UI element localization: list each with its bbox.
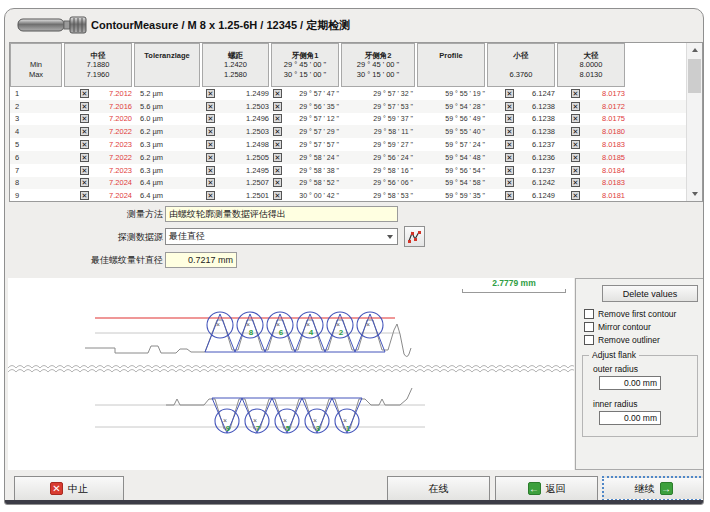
wire-diameter-field[interactable]: 0.7217 mm <box>165 252 237 268</box>
value-checkbox[interactable]: ✕ <box>206 166 215 175</box>
value-checkbox[interactable]: ✕ <box>273 178 282 187</box>
outer-radius-input[interactable]: 0.00 mm <box>599 376 661 390</box>
value-checkbox[interactable]: ✕ <box>80 114 89 123</box>
value-checkbox[interactable]: ✕ <box>273 89 282 98</box>
cell-value: 8.0185 <box>580 153 627 162</box>
value-checkbox[interactable]: ✕ <box>206 191 215 200</box>
value-checkbox[interactable]: ✕ <box>80 89 89 98</box>
table-cell: 59 ° 54 ' 48 " <box>417 151 487 164</box>
table-cell: ✕1.2505 <box>202 151 271 164</box>
table-cell: ✕7.2012 <box>64 87 134 100</box>
table-cell: ✕7.2016 <box>64 100 134 113</box>
value-checkbox[interactable]: ✕ <box>273 140 282 149</box>
value-checkbox[interactable]: ✕ <box>80 166 89 175</box>
probe-points-button[interactable] <box>404 226 425 247</box>
value-checkbox[interactable]: ✕ <box>273 191 282 200</box>
value-checkbox[interactable]: ✕ <box>505 114 514 123</box>
value-checkbox[interactable]: ✕ <box>273 166 282 175</box>
value-checkbox[interactable]: ✕ <box>505 178 514 187</box>
value-checkbox[interactable]: ✕ <box>505 166 514 175</box>
table-row[interactable]: 1✕7.20125.2 µm✕1.2499✕29 ° 57 ' 47 "29 °… <box>10 87 686 100</box>
cell-value: 6.1236 <box>514 153 557 162</box>
table-cell: 59 ° 54 ' 28 " <box>417 100 487 113</box>
abort-button[interactable]: ✕ 中止 <box>14 476 124 501</box>
table-row[interactable]: 9✕7.20246.4 µm✕1.2501✕30 ° 00 ' 42 "29 °… <box>10 189 686 201</box>
checkbox-remove-outliner[interactable]: Remove outliner <box>584 335 660 345</box>
table-scrollbar[interactable] <box>686 43 702 201</box>
value-checkbox[interactable]: ✕ <box>571 89 580 98</box>
value-checkbox[interactable]: ✕ <box>273 102 282 111</box>
table-row[interactable]: 8✕7.20246.4 µm✕1.2507✕29 ° 58 ' 52 "29 °… <box>10 177 686 190</box>
value-checkbox[interactable]: ✕ <box>273 114 282 123</box>
value-checkbox[interactable]: ✕ <box>505 102 514 111</box>
value-checkbox[interactable]: ✕ <box>206 127 215 136</box>
value-checkbox[interactable]: ✕ <box>206 140 215 149</box>
table-cell: ✕29 ° 57 ' 29 " <box>271 125 341 138</box>
value-checkbox[interactable]: ✕ <box>206 153 215 162</box>
table-cell: 1 <box>10 87 64 100</box>
table-cell: ✕1.2503 <box>202 125 271 138</box>
table-row[interactable]: 4✕7.20226.2 µm✕1.2503✕29 ° 57 ' 29 "29 °… <box>10 125 686 138</box>
cell-value: 6.4 µm <box>140 178 202 187</box>
delete-values-button[interactable]: Delete values <box>602 285 698 302</box>
value-checkbox[interactable]: ✕ <box>571 102 580 111</box>
table-cell: ✕1.2498 <box>202 138 271 151</box>
scroll-down-button[interactable] <box>687 187 702 201</box>
value-checkbox[interactable]: ✕ <box>206 89 215 98</box>
scroll-thumb[interactable] <box>688 59 701 93</box>
cell-value: 1.2498 <box>215 140 271 149</box>
value-checkbox[interactable]: ✕ <box>571 140 580 149</box>
probe-source-dropdown[interactable]: 最佳直径 <box>165 228 398 245</box>
value-checkbox[interactable]: ✕ <box>571 178 580 187</box>
inner-radius-input[interactable]: 0.00 mm <box>599 411 661 425</box>
value-checkbox[interactable]: ✕ <box>571 191 580 200</box>
value-checkbox[interactable]: ✕ <box>80 127 89 136</box>
continue-button[interactable]: 继续 → <box>602 476 704 501</box>
checkbox-box[interactable] <box>584 322 594 332</box>
table-cell: ✕6.1238 <box>487 113 557 126</box>
table-row[interactable]: 5✕7.20236.3 µm✕1.2498✕29 ° 57 ' 57 "29 °… <box>10 138 686 151</box>
checkbox-box[interactable] <box>584 335 594 345</box>
value-checkbox[interactable]: ✕ <box>273 127 282 136</box>
value-checkbox[interactable]: ✕ <box>505 153 514 162</box>
value-checkbox[interactable]: ✕ <box>505 127 514 136</box>
table-cell: 6.3 µm <box>134 138 202 151</box>
table-row[interactable]: 7✕7.20236.3 µm✕1.2495✕29 ° 58 ' 38 "29 °… <box>10 164 686 177</box>
table-row[interactable]: 3✕7.20206.0 µm✕1.2496✕29 ° 57 ' 12 "29 °… <box>10 113 686 126</box>
measure-method-field[interactable]: 由螺纹轮廓测量数据评估得出 <box>165 206 398 222</box>
table-cell: ✕8.0181 <box>557 189 627 201</box>
scroll-up-button[interactable] <box>687 43 702 57</box>
cell-value: 59 ° 54 ' 28 " <box>417 103 487 110</box>
value-checkbox[interactable]: ✕ <box>505 191 514 200</box>
table-row[interactable]: 6✕7.20226.2 µm✕1.2505✕29 ° 58 ' 24 "29 °… <box>10 151 686 164</box>
value-checkbox[interactable]: ✕ <box>206 178 215 187</box>
table-row[interactable]: 2✕7.20165.6 µm✕1.2503✕29 ° 56 ' 35 "29 °… <box>10 100 686 113</box>
checkbox-box[interactable] <box>584 309 594 319</box>
online-button[interactable]: 在线 <box>387 476 490 501</box>
table-cell: 29 ° 59 ' 37 " <box>341 113 417 126</box>
value-checkbox[interactable]: ✕ <box>571 127 580 136</box>
measurement-table: MinMax中径7.18807.1960Toleranzlage 螺距1.242… <box>9 42 703 202</box>
value-checkbox[interactable]: ✕ <box>206 102 215 111</box>
value-checkbox[interactable]: ✕ <box>571 114 580 123</box>
value-checkbox[interactable]: ✕ <box>206 114 215 123</box>
value-checkbox[interactable]: ✕ <box>505 140 514 149</box>
checkbox-remove-first-contour[interactable]: Remove first contour <box>584 309 676 319</box>
value-checkbox[interactable]: ✕ <box>80 140 89 149</box>
value-checkbox[interactable]: ✕ <box>80 102 89 111</box>
svg-text:5: 5 <box>286 424 291 433</box>
value-checkbox[interactable]: ✕ <box>80 191 89 200</box>
cell-value: 4 <box>15 127 64 136</box>
table-cell: 29 ° 58 ' 16 " <box>341 164 417 177</box>
checkbox-mirror-contour[interactable]: Mirror contour <box>584 322 651 332</box>
checkbox-label: Remove outliner <box>598 335 660 345</box>
value-checkbox[interactable]: ✕ <box>80 178 89 187</box>
value-checkbox[interactable]: ✕ <box>80 153 89 162</box>
back-button[interactable]: ← 返回 <box>495 476 598 501</box>
value-checkbox[interactable]: ✕ <box>571 166 580 175</box>
value-checkbox[interactable]: ✕ <box>273 153 282 162</box>
cell-value: 29 ° 56 ' 24 " <box>341 154 417 161</box>
value-checkbox[interactable]: ✕ <box>505 89 514 98</box>
abort-button-label: 中止 <box>68 482 88 496</box>
value-checkbox[interactable]: ✕ <box>571 153 580 162</box>
